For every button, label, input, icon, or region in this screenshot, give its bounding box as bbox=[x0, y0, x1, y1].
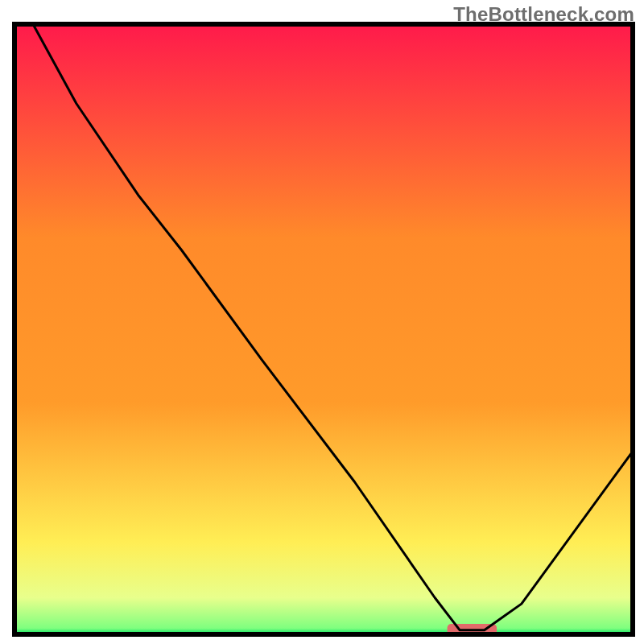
bottleneck-chart bbox=[0, 0, 644, 644]
watermark-text: TheBottleneck.com bbox=[453, 3, 634, 26]
chart-container: TheBottleneck.com bbox=[0, 0, 644, 644]
gradient-background bbox=[14, 24, 633, 634]
